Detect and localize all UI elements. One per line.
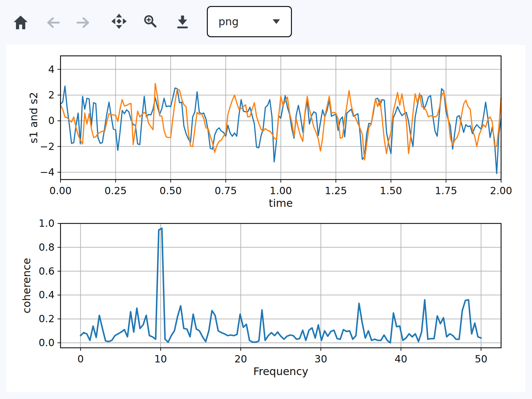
figure-toolbar: png bbox=[0, 0, 532, 43]
svg-text:coherence: coherence bbox=[20, 258, 33, 314]
svg-text:0.6: 0.6 bbox=[39, 265, 55, 277]
figure-plot-svg: 0.000.250.500.751.001.251.501.752.00−4−2… bbox=[6, 45, 525, 392]
svg-text:−2: −2 bbox=[40, 141, 55, 152]
home-button[interactable] bbox=[13, 15, 29, 31]
home-icon bbox=[13, 15, 29, 31]
svg-text:0.75: 0.75 bbox=[214, 185, 237, 197]
svg-text:2.00: 2.00 bbox=[490, 185, 512, 197]
svg-text:0: 0 bbox=[48, 115, 55, 126]
figure-canvas[interactable]: 0.000.250.500.751.001.251.501.752.00−4−2… bbox=[6, 45, 525, 392]
svg-text:1.25: 1.25 bbox=[325, 185, 347, 197]
back-button[interactable] bbox=[44, 15, 60, 31]
matplotlib-webagg-app: png 0.000.250.500.751.001.251.501.752.00… bbox=[0, 0, 532, 399]
svg-text:0.50: 0.50 bbox=[160, 185, 182, 197]
chevron-down-icon bbox=[272, 19, 280, 24]
forward-arrow-icon bbox=[76, 15, 92, 31]
svg-text:20: 20 bbox=[234, 353, 247, 365]
svg-text:0.2: 0.2 bbox=[39, 313, 55, 325]
svg-text:1.75: 1.75 bbox=[435, 185, 457, 197]
forward-button[interactable] bbox=[76, 15, 92, 31]
svg-text:Frequency: Frequency bbox=[253, 365, 308, 378]
svg-text:0.0: 0.0 bbox=[39, 337, 55, 348]
svg-text:0.25: 0.25 bbox=[104, 185, 127, 197]
svg-text:4: 4 bbox=[48, 64, 55, 75]
svg-text:50: 50 bbox=[475, 353, 487, 365]
zoom-rect-button[interactable] bbox=[143, 14, 158, 29]
svg-text:0.4: 0.4 bbox=[39, 289, 55, 301]
pan-button[interactable] bbox=[111, 13, 127, 29]
svg-text:1.50: 1.50 bbox=[380, 185, 402, 197]
svg-text:time: time bbox=[269, 197, 293, 209]
svg-text:2: 2 bbox=[48, 89, 55, 101]
figure-plots: 0.000.250.500.751.001.251.501.752.00−4−2… bbox=[6, 45, 525, 392]
download-icon bbox=[175, 15, 190, 29]
format-select-value: png bbox=[218, 16, 239, 27]
back-arrow-icon bbox=[44, 15, 60, 31]
svg-text:−4: −4 bbox=[40, 166, 55, 178]
svg-text:30: 30 bbox=[315, 353, 327, 365]
svg-text:0: 0 bbox=[77, 353, 84, 365]
svg-text:1.00: 1.00 bbox=[270, 185, 292, 197]
pan-move-icon bbox=[111, 13, 127, 29]
zoom-magnifier-icon bbox=[143, 14, 158, 29]
svg-text:0.8: 0.8 bbox=[39, 241, 55, 253]
svg-text:1.0: 1.0 bbox=[39, 217, 55, 229]
svg-text:10: 10 bbox=[154, 353, 167, 365]
format-select[interactable]: png bbox=[207, 6, 292, 37]
svg-text:s1 and s2: s1 and s2 bbox=[27, 92, 40, 144]
svg-text:0.00: 0.00 bbox=[50, 185, 72, 197]
svg-text:40: 40 bbox=[395, 353, 407, 365]
download-button[interactable] bbox=[175, 15, 190, 29]
